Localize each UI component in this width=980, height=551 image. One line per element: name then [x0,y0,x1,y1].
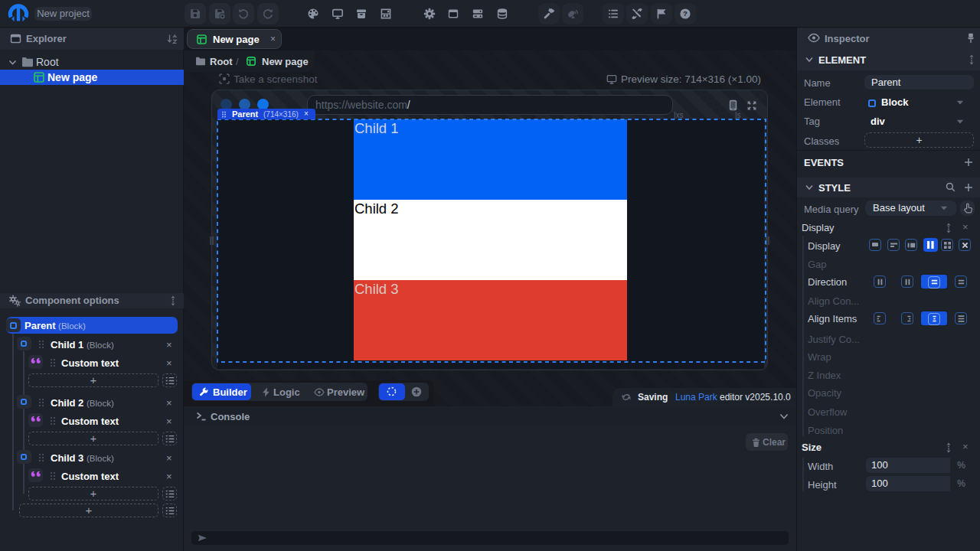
svg-text:?: ? [683,9,688,18]
